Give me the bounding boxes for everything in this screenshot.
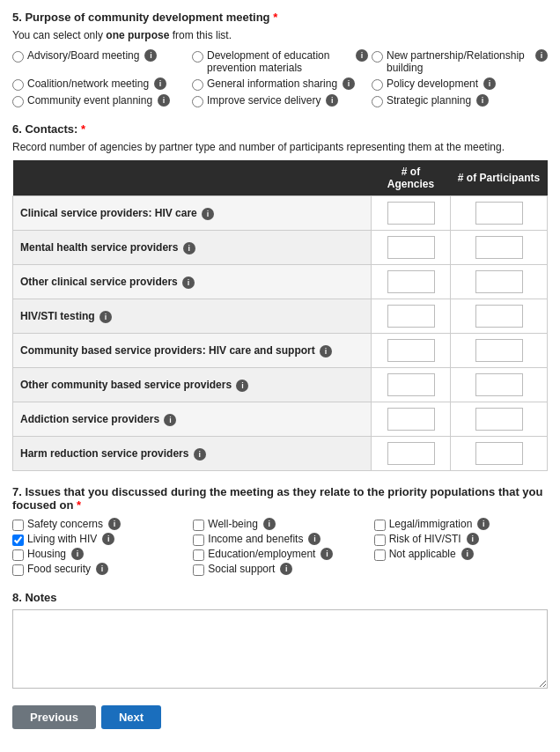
info-icon-coalition[interactable]: i bbox=[154, 77, 166, 90]
info-icon-not-applicable[interactable]: i bbox=[461, 548, 474, 560]
info-icon-legal[interactable]: i bbox=[477, 518, 490, 530]
section-8: 8. Notes bbox=[12, 591, 548, 691]
purpose-option-strategic[interactable]: Strategic planning i bbox=[372, 93, 548, 108]
agencies-cell[interactable] bbox=[372, 231, 451, 265]
agencies-input[interactable] bbox=[387, 270, 435, 293]
agencies-input[interactable] bbox=[387, 373, 435, 396]
info-icon-strategic[interactable]: i bbox=[476, 94, 489, 107]
agencies-input[interactable] bbox=[387, 339, 435, 362]
issues-col-1: Safety concerns i Living with HIV i Hous… bbox=[12, 517, 186, 577]
info-icon-education[interactable]: i bbox=[321, 548, 333, 560]
notes-textarea[interactable] bbox=[12, 609, 548, 689]
info-icon-row[interactable]: i bbox=[183, 242, 195, 254]
purpose-option-coalition[interactable]: Coalition/network meeting i bbox=[12, 77, 188, 92]
section-7: 7. Issues that you discussed during the … bbox=[12, 485, 548, 577]
issue-not-applicable[interactable]: Not applicable i bbox=[374, 547, 548, 562]
issue-housing[interactable]: Housing i bbox=[12, 547, 186, 562]
participants-input[interactable] bbox=[475, 339, 523, 362]
info-icon-row[interactable]: i bbox=[99, 311, 112, 323]
issue-legal[interactable]: Legal/immigration i bbox=[374, 517, 548, 532]
agencies-input[interactable] bbox=[387, 408, 435, 431]
agencies-cell[interactable] bbox=[372, 299, 451, 334]
info-icon-row[interactable]: i bbox=[320, 345, 332, 358]
participants-input[interactable] bbox=[475, 202, 523, 225]
participants-cell[interactable] bbox=[451, 265, 548, 299]
table-row: Other community based service providers … bbox=[13, 368, 548, 402]
participants-input[interactable] bbox=[475, 236, 523, 259]
info-icon-row[interactable]: i bbox=[194, 448, 206, 461]
participants-cell[interactable] bbox=[451, 299, 548, 334]
previous-button[interactable]: Previous bbox=[12, 705, 96, 729]
info-icon-row[interactable]: i bbox=[164, 414, 176, 426]
info-icon-advisory[interactable]: i bbox=[144, 49, 157, 62]
purpose-option-general-info[interactable]: General information sharing i bbox=[192, 77, 368, 92]
info-icon-wellbeing[interactable]: i bbox=[263, 518, 276, 530]
agencies-cell[interactable] bbox=[372, 334, 451, 368]
info-icon-policy[interactable]: i bbox=[483, 77, 496, 90]
agencies-input[interactable] bbox=[387, 236, 435, 259]
issue-safety[interactable]: Safety concerns i bbox=[12, 517, 186, 532]
issue-social-support[interactable]: Social support i bbox=[193, 562, 366, 577]
info-icon-food-security[interactable]: i bbox=[96, 563, 108, 575]
section-6-title: 6. Contacts: * bbox=[12, 122, 548, 136]
participants-cell[interactable] bbox=[451, 334, 548, 368]
participants-input[interactable] bbox=[475, 305, 523, 328]
row-label: Other community based service providers … bbox=[13, 368, 372, 402]
issue-income[interactable]: Income and benefits i bbox=[193, 532, 366, 547]
info-icon-community-event[interactable]: i bbox=[158, 94, 170, 107]
purpose-option-new-partnership[interactable]: New partnership/Relationship building i bbox=[372, 48, 548, 75]
section-7-title: 7. Issues that you discussed during the … bbox=[12, 485, 548, 512]
info-icon-risk-hiv[interactable]: i bbox=[467, 533, 479, 545]
agencies-input[interactable] bbox=[387, 202, 435, 225]
issue-living-hiv[interactable]: Living with HIV i bbox=[12, 532, 186, 547]
participants-cell[interactable] bbox=[451, 368, 548, 402]
info-icon-housing[interactable]: i bbox=[71, 548, 84, 560]
info-icon-living-hiv[interactable]: i bbox=[102, 533, 114, 545]
section-8-title: 8. Notes bbox=[12, 591, 548, 604]
purpose-option-improve-service[interactable]: Improve service delivery i bbox=[192, 93, 368, 108]
agencies-cell[interactable] bbox=[372, 368, 451, 402]
info-icon-new-partnership[interactable]: i bbox=[535, 49, 548, 62]
info-icon-social-support[interactable]: i bbox=[280, 563, 292, 575]
info-icon-improve-service[interactable]: i bbox=[326, 94, 338, 107]
participants-cell[interactable] bbox=[451, 402, 548, 437]
issue-risk-hiv[interactable]: Risk of HIV/STI i bbox=[374, 532, 548, 547]
issue-wellbeing[interactable]: Well-being i bbox=[193, 517, 366, 532]
col-header-type bbox=[13, 160, 372, 196]
row-label: Addiction service providers i bbox=[13, 402, 372, 437]
purpose-option-community-event[interactable]: Community event planning i bbox=[12, 93, 188, 108]
row-label: HIV/STI testing i bbox=[13, 299, 372, 334]
agencies-cell[interactable] bbox=[372, 265, 451, 299]
info-icon-row[interactable]: i bbox=[182, 276, 195, 289]
row-label: Mental health service providers i bbox=[13, 231, 372, 265]
participants-cell[interactable] bbox=[451, 231, 548, 265]
next-button[interactable]: Next bbox=[101, 705, 161, 729]
agencies-cell[interactable] bbox=[372, 402, 451, 437]
row-label: Other clinical service providers i bbox=[13, 265, 372, 299]
table-row: HIV/STI testing i bbox=[13, 299, 548, 334]
participants-cell[interactable] bbox=[451, 196, 548, 231]
issue-food-security[interactable]: Food security i bbox=[12, 562, 186, 577]
col-header-participants: # of Participants bbox=[451, 160, 548, 196]
participants-input[interactable] bbox=[475, 442, 523, 465]
info-icon-dev-ed[interactable]: i bbox=[356, 49, 368, 62]
purpose-option-dev-ed[interactable]: Development of education prevention mate… bbox=[192, 48, 368, 75]
agencies-input[interactable] bbox=[387, 442, 435, 465]
section-5-instruction: You can select only one purpose from thi… bbox=[12, 29, 548, 41]
agencies-cell[interactable] bbox=[372, 437, 451, 471]
agencies-input[interactable] bbox=[387, 305, 435, 328]
info-icon-safety[interactable]: i bbox=[108, 518, 121, 530]
purpose-option-policy[interactable]: Policy development i bbox=[372, 77, 548, 92]
info-icon-row[interactable]: i bbox=[236, 380, 248, 392]
agencies-cell[interactable] bbox=[372, 196, 451, 231]
info-icon-income[interactable]: i bbox=[308, 533, 321, 545]
issue-education[interactable]: Education/employment i bbox=[193, 547, 366, 562]
purpose-option-advisory[interactable]: Advisory/Board meeting i bbox=[12, 48, 188, 75]
contacts-table: # of Agencies # of Participants Clinical… bbox=[12, 160, 548, 471]
info-icon-row[interactable]: i bbox=[202, 208, 214, 220]
participants-input[interactable] bbox=[475, 408, 523, 431]
participants-input[interactable] bbox=[475, 270, 523, 293]
info-icon-general-info[interactable]: i bbox=[343, 77, 355, 90]
participants-cell[interactable] bbox=[451, 437, 548, 471]
participants-input[interactable] bbox=[475, 373, 523, 396]
